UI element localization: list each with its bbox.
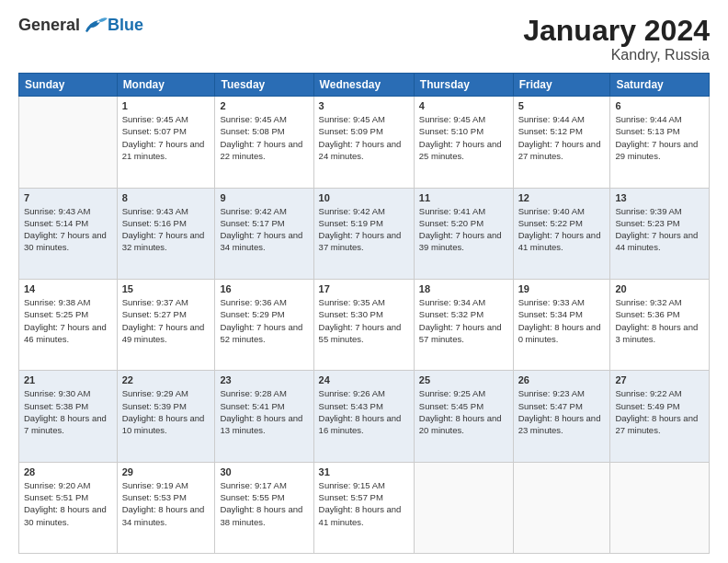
table-row: 15 Sunrise: 9:37 AM Sunset: 5:27 PM Dayl… bbox=[117, 279, 215, 370]
sunset-text: Sunset: 5:12 PM bbox=[518, 126, 583, 136]
daylight-text: Daylight: 7 hours and 27 minutes. bbox=[518, 139, 601, 161]
daylight-text: Daylight: 7 hours and 32 minutes. bbox=[122, 230, 205, 252]
day-info: Sunrise: 9:44 AM Sunset: 5:12 PM Dayligh… bbox=[518, 113, 606, 162]
sunset-text: Sunset: 5:17 PM bbox=[220, 218, 284, 228]
daylight-text: Daylight: 7 hours and 46 minutes. bbox=[24, 322, 107, 344]
day-info: Sunrise: 9:32 AM Sunset: 5:36 PM Dayligh… bbox=[615, 296, 704, 345]
daylight-text: Daylight: 8 hours and 41 minutes. bbox=[319, 504, 402, 526]
sunset-text: Sunset: 5:10 PM bbox=[419, 126, 483, 136]
day-info: Sunrise: 9:23 AM Sunset: 5:47 PM Dayligh… bbox=[518, 387, 606, 436]
day-number: 15 bbox=[122, 283, 210, 294]
sunrise-text: Sunrise: 9:45 AM bbox=[220, 114, 286, 124]
table-row: 14 Sunrise: 9:38 AM Sunset: 5:25 PM Dayl… bbox=[19, 279, 118, 370]
table-row: 11 Sunrise: 9:41 AM Sunset: 5:20 PM Dayl… bbox=[414, 188, 513, 279]
daylight-text: Daylight: 7 hours and 21 minutes. bbox=[122, 139, 205, 161]
day-number: 28 bbox=[24, 466, 112, 477]
daylight-text: Daylight: 7 hours and 55 minutes. bbox=[319, 322, 402, 344]
sunrise-text: Sunrise: 9:26 AM bbox=[319, 388, 385, 398]
sunset-text: Sunset: 5:53 PM bbox=[122, 492, 187, 502]
sunrise-text: Sunrise: 9:22 AM bbox=[615, 388, 681, 398]
sunrise-text: Sunrise: 9:33 AM bbox=[518, 297, 585, 307]
sunset-text: Sunset: 5:22 PM bbox=[518, 218, 583, 228]
table-row: 18 Sunrise: 9:34 AM Sunset: 5:32 PM Dayl… bbox=[414, 279, 513, 370]
table-row: 10 Sunrise: 9:42 AM Sunset: 5:19 PM Dayl… bbox=[313, 188, 414, 279]
sunrise-text: Sunrise: 9:25 AM bbox=[419, 388, 485, 398]
sunset-text: Sunset: 5:09 PM bbox=[319, 126, 383, 136]
table-row: 21 Sunrise: 9:30 AM Sunset: 5:38 PM Dayl… bbox=[19, 371, 118, 462]
table-row: 22 Sunrise: 9:29 AM Sunset: 5:39 PM Dayl… bbox=[117, 371, 215, 462]
sunrise-text: Sunrise: 9:45 AM bbox=[122, 114, 188, 124]
day-number: 5 bbox=[518, 100, 606, 111]
daylight-text: Daylight: 7 hours and 37 minutes. bbox=[319, 230, 402, 252]
day-number: 23 bbox=[220, 374, 308, 385]
table-row: 29 Sunrise: 9:19 AM Sunset: 5:53 PM Dayl… bbox=[117, 462, 215, 553]
table-row: 2 Sunrise: 9:45 AM Sunset: 5:08 PM Dayli… bbox=[215, 97, 313, 188]
sunrise-text: Sunrise: 9:42 AM bbox=[319, 206, 385, 216]
sunrise-text: Sunrise: 9:43 AM bbox=[122, 206, 188, 216]
daylight-text: Daylight: 8 hours and 38 minutes. bbox=[220, 504, 302, 526]
day-info: Sunrise: 9:19 AM Sunset: 5:53 PM Dayligh… bbox=[122, 479, 210, 528]
table-row: 23 Sunrise: 9:28 AM Sunset: 5:41 PM Dayl… bbox=[215, 371, 313, 462]
sunset-text: Sunset: 5:07 PM bbox=[122, 126, 187, 136]
sunrise-text: Sunrise: 9:43 AM bbox=[24, 206, 90, 216]
sunset-text: Sunset: 5:08 PM bbox=[220, 126, 284, 136]
sunrise-text: Sunrise: 9:45 AM bbox=[419, 114, 485, 124]
day-info: Sunrise: 9:30 AM Sunset: 5:38 PM Dayligh… bbox=[24, 387, 112, 436]
sunset-text: Sunset: 5:55 PM bbox=[220, 492, 284, 502]
daylight-text: Daylight: 7 hours and 57 minutes. bbox=[419, 322, 502, 344]
sunset-text: Sunset: 5:51 PM bbox=[24, 492, 88, 502]
day-info: Sunrise: 9:42 AM Sunset: 5:19 PM Dayligh… bbox=[319, 205, 409, 254]
daylight-text: Daylight: 7 hours and 24 minutes. bbox=[319, 139, 402, 161]
table-row bbox=[414, 462, 513, 553]
day-number: 14 bbox=[24, 283, 112, 294]
table-row: 30 Sunrise: 9:17 AM Sunset: 5:55 PM Dayl… bbox=[215, 462, 313, 553]
sunset-text: Sunset: 5:57 PM bbox=[319, 492, 383, 502]
sunset-text: Sunset: 5:23 PM bbox=[615, 218, 679, 228]
day-info: Sunrise: 9:45 AM Sunset: 5:07 PM Dayligh… bbox=[122, 113, 210, 162]
day-info: Sunrise: 9:36 AM Sunset: 5:29 PM Dayligh… bbox=[220, 296, 308, 345]
col-tuesday: Tuesday bbox=[215, 74, 313, 97]
sunset-text: Sunset: 5:19 PM bbox=[319, 218, 383, 228]
table-row: 26 Sunrise: 9:23 AM Sunset: 5:47 PM Dayl… bbox=[513, 371, 610, 462]
day-info: Sunrise: 9:20 AM Sunset: 5:51 PM Dayligh… bbox=[24, 479, 112, 528]
sunrise-text: Sunrise: 9:23 AM bbox=[518, 388, 585, 398]
table-row: 5 Sunrise: 9:44 AM Sunset: 5:12 PM Dayli… bbox=[513, 97, 610, 188]
table-row: 4 Sunrise: 9:45 AM Sunset: 5:10 PM Dayli… bbox=[414, 97, 513, 188]
table-row: 6 Sunrise: 9:44 AM Sunset: 5:13 PM Dayli… bbox=[610, 97, 710, 188]
table-row: 17 Sunrise: 9:35 AM Sunset: 5:30 PM Dayl… bbox=[313, 279, 414, 370]
day-number: 26 bbox=[518, 374, 606, 385]
daylight-text: Daylight: 8 hours and 27 minutes. bbox=[615, 413, 698, 435]
day-number: 1 bbox=[122, 100, 210, 111]
day-info: Sunrise: 9:45 AM Sunset: 5:09 PM Dayligh… bbox=[319, 113, 409, 162]
day-info: Sunrise: 9:45 AM Sunset: 5:10 PM Dayligh… bbox=[419, 113, 508, 162]
table-row: 16 Sunrise: 9:36 AM Sunset: 5:29 PM Dayl… bbox=[215, 279, 313, 370]
table-row: 7 Sunrise: 9:43 AM Sunset: 5:14 PM Dayli… bbox=[19, 188, 118, 279]
col-wednesday: Wednesday bbox=[313, 74, 414, 97]
sunset-text: Sunset: 5:41 PM bbox=[220, 401, 284, 411]
day-number: 9 bbox=[220, 192, 308, 203]
day-number: 30 bbox=[220, 466, 308, 477]
day-number: 16 bbox=[220, 283, 308, 294]
calendar-week-row: 1 Sunrise: 9:45 AM Sunset: 5:07 PM Dayli… bbox=[19, 97, 710, 188]
daylight-text: Daylight: 8 hours and 16 minutes. bbox=[319, 413, 402, 435]
daylight-text: Daylight: 7 hours and 39 minutes. bbox=[419, 230, 502, 252]
day-info: Sunrise: 9:45 AM Sunset: 5:08 PM Dayligh… bbox=[220, 113, 308, 162]
daylight-text: Daylight: 8 hours and 13 minutes. bbox=[220, 413, 302, 435]
month-year-title: January 2024 bbox=[523, 15, 710, 47]
table-row: 31 Sunrise: 9:15 AM Sunset: 5:57 PM Dayl… bbox=[313, 462, 414, 553]
sunrise-text: Sunrise: 9:15 AM bbox=[319, 480, 385, 490]
sunrise-text: Sunrise: 9:34 AM bbox=[419, 297, 485, 307]
daylight-text: Daylight: 7 hours and 41 minutes. bbox=[518, 230, 601, 252]
table-row: 1 Sunrise: 9:45 AM Sunset: 5:07 PM Dayli… bbox=[117, 97, 215, 188]
day-number: 2 bbox=[220, 100, 308, 111]
sunset-text: Sunset: 5:14 PM bbox=[24, 218, 88, 228]
daylight-text: Daylight: 7 hours and 44 minutes. bbox=[615, 230, 698, 252]
sunrise-text: Sunrise: 9:37 AM bbox=[122, 297, 188, 307]
sunset-text: Sunset: 5:38 PM bbox=[24, 401, 88, 411]
day-info: Sunrise: 9:34 AM Sunset: 5:32 PM Dayligh… bbox=[419, 296, 508, 345]
sunset-text: Sunset: 5:16 PM bbox=[122, 218, 187, 228]
day-info: Sunrise: 9:38 AM Sunset: 5:25 PM Dayligh… bbox=[24, 296, 112, 345]
daylight-text: Daylight: 8 hours and 30 minutes. bbox=[24, 504, 107, 526]
day-info: Sunrise: 9:25 AM Sunset: 5:45 PM Dayligh… bbox=[419, 387, 508, 436]
col-thursday: Thursday bbox=[414, 74, 513, 97]
